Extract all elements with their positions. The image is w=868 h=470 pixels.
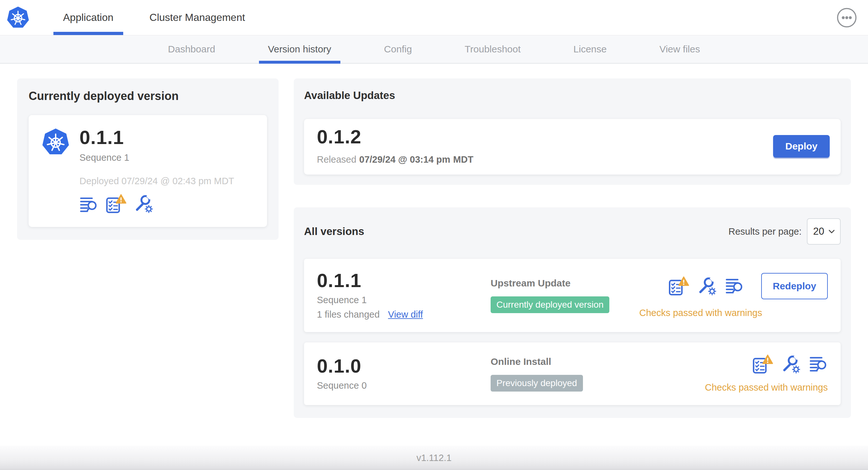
update-row: 0.1.2 Released 07/29/24 @ 03:14 pm MDT D… — [304, 119, 841, 174]
all-versions-header: All versions Results per page: 20 — [304, 218, 841, 245]
version-sequence: Sequence 0 — [317, 380, 491, 391]
chevron-down-icon — [829, 230, 835, 234]
version-info: 0.1.0 Sequence 0 — [317, 357, 491, 391]
files-changed-line: 1 files changed View diff — [317, 309, 491, 320]
admin-console-window: Application Cluster Management Dashboard… — [0, 0, 868, 470]
version-source: Online Install Previously deployed — [491, 356, 705, 392]
source-label: Upstream Update — [491, 278, 639, 289]
checks-status-text: Checks passed with warnings — [705, 382, 828, 393]
wrench-gear-icon[interactable] — [781, 355, 801, 374]
header-spacer — [263, 0, 836, 35]
current-version-actions — [80, 194, 234, 213]
main-content: Currently deployed version 0.1.1 Sequenc… — [0, 64, 868, 418]
tab-license[interactable]: License — [564, 35, 615, 63]
preflight-checks-warning-icon[interactable] — [752, 355, 773, 374]
version-actions: Redeploy Checks passed with warnings — [639, 273, 828, 318]
all-versions-card: All versions Results per page: 20 — [294, 207, 851, 418]
kubernetes-logo — [6, 6, 30, 29]
section-nav: Dashboard Version history Config Trouble… — [0, 35, 868, 64]
current-version-card: 0.1.1 Sequence 1 Deployed 07/29/24 @ 02:… — [29, 115, 267, 227]
logs-icon[interactable] — [809, 356, 828, 373]
tab-config[interactable]: Config — [375, 35, 421, 63]
footer: v1.112.1 — [0, 445, 868, 470]
deployed-status-badge: Previously deployed — [491, 375, 583, 392]
view-diff-link[interactable]: View diff — [388, 309, 423, 320]
current-version-deployed-timestamp: Deployed 07/29/24 @ 02:43 pm MDT — [80, 176, 234, 187]
version-number: 0.1.1 — [317, 271, 491, 290]
results-per-page: Results per page: 20 — [728, 218, 841, 245]
version-sequence: Sequence 1 — [317, 295, 491, 305]
deployed-status-badge: Currently deployed version — [491, 296, 609, 313]
checks-status-text: Checks passed with warnings — [639, 308, 762, 318]
results-per-page-value: 20 — [813, 226, 824, 237]
preflight-checks-warning-icon[interactable] — [106, 194, 126, 213]
version-info: 0.1.1 Sequence 1 1 files changed View di… — [317, 271, 491, 320]
results-per-page-select[interactable]: 20 — [807, 218, 841, 245]
top-header: Application Cluster Management — [0, 0, 868, 35]
app-nav: Application Cluster Management — [45, 0, 263, 35]
kubernetes-logo — [41, 128, 70, 156]
logs-icon[interactable] — [80, 196, 98, 213]
results-per-page-label: Results per page: — [728, 226, 801, 237]
current-version-details: 0.1.1 Sequence 1 Deployed 07/29/24 @ 02:… — [80, 128, 234, 213]
files-changed-count: 1 files changed — [317, 309, 380, 320]
tab-version-history[interactable]: Version history — [259, 35, 340, 63]
redeploy-button[interactable]: Redeploy — [761, 273, 828, 299]
available-updates-card: Available Updates 0.1.2 Released 07/29/2… — [294, 78, 851, 185]
tab-application[interactable]: Application — [45, 0, 132, 35]
logs-icon[interactable] — [725, 277, 744, 295]
ellipsis-icon[interactable] — [836, 7, 857, 28]
version-row-0-1-0: 0.1.0 Sequence 0 Online Install Previous… — [304, 342, 841, 405]
available-updates-title: Available Updates — [304, 89, 841, 102]
version-row-0-1-1: 0.1.1 Sequence 1 1 files changed View di… — [304, 259, 841, 332]
tab-dashboard[interactable]: Dashboard — [159, 35, 224, 63]
version-number: 0.1.0 — [317, 357, 491, 376]
tab-cluster-management[interactable]: Cluster Management — [132, 0, 263, 35]
wrench-gear-icon[interactable] — [134, 194, 153, 213]
currently-deployed-title: Currently deployed version — [29, 89, 267, 103]
version-action-icons: Redeploy — [669, 273, 828, 299]
current-version-sequence: Sequence 1 — [80, 153, 234, 163]
tab-view-files[interactable]: View files — [651, 35, 709, 63]
all-versions-title: All versions — [304, 225, 364, 238]
currently-deployed-card: Currently deployed version 0.1.1 Sequenc… — [17, 78, 279, 240]
version-actions: Checks passed with warnings — [705, 355, 828, 393]
preflight-checks-warning-icon[interactable] — [669, 276, 689, 296]
version-action-icons — [752, 355, 828, 374]
current-version-number: 0.1.1 — [80, 128, 234, 147]
deploy-button[interactable]: Deploy — [773, 135, 830, 158]
tab-troubleshoot[interactable]: Troubleshoot — [456, 35, 530, 63]
update-version-number: 0.1.2 — [317, 127, 473, 146]
wrench-gear-icon[interactable] — [698, 276, 717, 296]
update-released-timestamp: Released 07/29/24 @ 03:14 pm MDT — [317, 154, 473, 165]
source-label: Online Install — [491, 356, 705, 367]
console-version: v1.112.1 — [416, 452, 452, 463]
update-details: 0.1.2 Released 07/29/24 @ 03:14 pm MDT — [317, 127, 473, 165]
version-source: Upstream Update Currently deployed versi… — [491, 278, 639, 313]
right-column: Available Updates 0.1.2 Released 07/29/2… — [294, 78, 851, 418]
